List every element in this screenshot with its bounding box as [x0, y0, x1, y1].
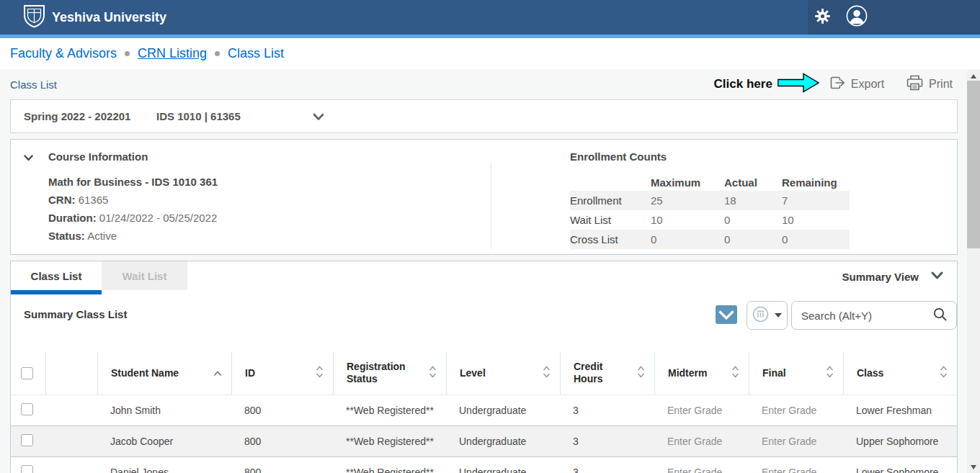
email-button[interactable]: [716, 305, 737, 324]
tab-class-list[interactable]: Class List: [11, 261, 102, 290]
cell-credit-hours: 3: [560, 436, 654, 447]
course-status: Status: Active: [48, 227, 218, 245]
toolbar-actions: Click here Export: [714, 69, 953, 99]
breadcrumb-separator-icon: [215, 51, 220, 56]
col-header-level[interactable]: Level: [446, 351, 560, 395]
view-mode-label: Summary View: [842, 271, 919, 283]
col-header-midterm[interactable]: Midterm: [654, 351, 749, 395]
enrollment-row: Cross List 0 0 0: [570, 230, 850, 249]
select-all-checkbox[interactable]: [21, 367, 33, 379]
class-list-page: Yeshiva University: [0, 0, 980, 473]
select-all-cell: [11, 351, 45, 395]
selected-term: Spring 2022 - 202201: [24, 110, 130, 122]
cell-midterm-enter-grade[interactable]: Enter Grade: [654, 436, 749, 447]
dropdown-caret-icon: [775, 313, 782, 317]
print-label: Print: [929, 78, 953, 91]
cell-final-enter-grade[interactable]: Enter Grade: [749, 405, 843, 416]
enrollment-counts-table: Maximum Actual Remaining Enrollment 25 1…: [570, 174, 850, 249]
term-course-selector[interactable]: Spring 2022 - 202201 IDS 1010 | 61365: [10, 99, 958, 133]
table-row: Daniel Jones 800 **Web Registered** Unde…: [11, 457, 957, 473]
table-row: John Smith 800 **Web Registered** Underg…: [11, 395, 957, 426]
enrollment-row: Enrollment 25 18 7: [570, 191, 850, 210]
settings-button[interactable]: [811, 0, 833, 35]
cell-midterm-enter-grade[interactable]: Enter Grade: [654, 405, 749, 416]
active-tab-indicator: [11, 290, 102, 294]
cell-class: Lower Sophomore: [843, 467, 957, 473]
row-checkbox[interactable]: [21, 403, 33, 415]
enrollment-counts-title: Enrollment Counts: [570, 150, 667, 163]
sort-asc-icon: [213, 367, 222, 379]
sort-icon: [826, 366, 834, 381]
enrollment-col-remaining: Remaining: [782, 176, 850, 189]
cell-student-name: Daniel Jones: [97, 467, 231, 473]
course-info-collapse-icon[interactable]: [24, 151, 33, 164]
breadcrumb-faculty-advisors[interactable]: Faculty & Advisors: [10, 46, 117, 61]
cell-student-name: John Smith: [97, 405, 231, 416]
brand: Yeshiva University: [23, 5, 166, 30]
export-label: Export: [851, 78, 884, 91]
sort-icon: [731, 366, 739, 381]
selector-chevron-down-icon[interactable]: [313, 111, 324, 124]
breadcrumb-crn-listing[interactable]: CRN Listing: [138, 46, 207, 61]
columns-circle-icon: [752, 306, 769, 325]
course-info-title: Course Information: [48, 150, 148, 163]
cell-final-enter-grade[interactable]: Enter Grade: [749, 436, 843, 447]
search-box: [791, 301, 957, 330]
print-icon: [906, 75, 924, 94]
course-crn: CRN: 61365: [48, 191, 218, 209]
click-here-annotation: Click here: [714, 77, 772, 91]
cell-credit-hours: 3: [560, 405, 654, 416]
col-header-final[interactable]: Final: [749, 351, 843, 395]
cell-registration-status: **Web Registered**: [333, 436, 446, 447]
sort-icon: [429, 366, 437, 381]
cell-level: Undergraduate: [446, 467, 560, 473]
row-checkbox[interactable]: [21, 465, 33, 473]
cell-midterm-enter-grade[interactable]: Enter Grade: [654, 467, 749, 473]
col-header-class[interactable]: Class: [843, 351, 957, 395]
panel-divider: [491, 163, 491, 249]
cell-class: Lower Freshman: [843, 405, 957, 416]
export-icon: [829, 76, 846, 93]
search-input[interactable]: [792, 310, 932, 322]
sort-icon: [316, 366, 324, 381]
sort-icon: [940, 366, 948, 381]
list-heading: Summary Class List: [24, 308, 127, 320]
sort-icon: [637, 366, 645, 381]
table-row: Jacob Cooper 800 **Web Registered** Unde…: [11, 426, 957, 457]
course-title: Math for Business - IDS 1010 361: [48, 173, 218, 191]
header-blank-cell: [45, 351, 97, 395]
breadcrumb: Faculty & Advisors CRN Listing Class Lis…: [0, 38, 980, 69]
view-mode-dropdown[interactable]: Summary View: [842, 270, 943, 283]
cell-final-enter-grade[interactable]: Enter Grade: [749, 467, 843, 473]
scrollbar-thumb[interactable]: [967, 81, 980, 248]
course-info-details: Math for Business - IDS 1010 361 CRN: 61…: [48, 173, 218, 245]
cell-id: 800: [231, 405, 333, 416]
cell-credit-hours: 3: [560, 467, 654, 473]
scrollbar-down-arrow-icon[interactable]: [971, 465, 976, 469]
view-mode-chevron-down-icon: [931, 270, 943, 283]
tools-dropdown-button[interactable]: [747, 301, 788, 330]
user-menu-button[interactable]: [845, 0, 869, 35]
gear-icon: [815, 9, 830, 27]
university-shield-logo: [23, 4, 45, 31]
vertical-scrollbar[interactable]: [967, 70, 980, 473]
row-checkbox[interactable]: [21, 434, 33, 446]
col-header-registration-status[interactable]: Registration Status: [333, 351, 446, 395]
table-header-row: Student Name ID Registration Status Leve…: [11, 351, 957, 395]
breadcrumb-class-list[interactable]: Class List: [228, 46, 284, 61]
cell-registration-status: **Web Registered**: [333, 467, 446, 473]
scrollbar-up-arrow-icon[interactable]: [971, 74, 976, 78]
app-header: Yeshiva University: [0, 0, 980, 35]
col-header-id[interactable]: ID: [231, 351, 333, 395]
export-button[interactable]: Export: [829, 76, 884, 93]
sort-icon: [543, 366, 551, 381]
col-header-credit-hours[interactable]: Credit Hours: [560, 351, 654, 395]
print-button[interactable]: Print: [906, 75, 953, 94]
cell-id: 800: [231, 467, 333, 473]
user-icon: [846, 5, 868, 30]
cell-student-name: Jacob Cooper: [97, 436, 231, 447]
course-duration: Duration: 01/24/2022 - 05/25/2022: [48, 209, 218, 227]
col-header-student-name[interactable]: Student Name: [97, 351, 231, 395]
search-icon[interactable]: [932, 307, 948, 325]
tab-wait-list[interactable]: Wait List: [102, 261, 187, 290]
